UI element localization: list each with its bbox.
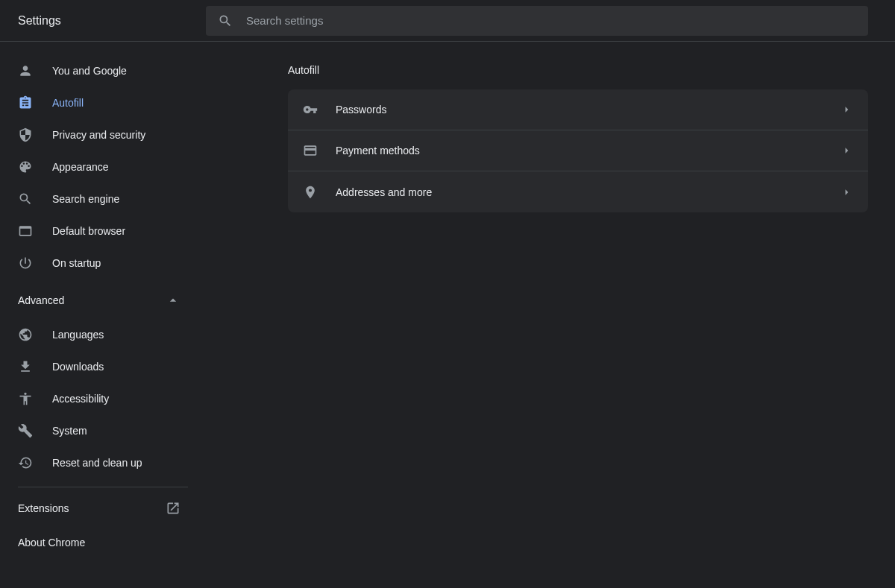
row-passwords[interactable]: Passwords: [288, 89, 868, 130]
search-box[interactable]: [206, 6, 868, 36]
sidebar-item-label: You and Google: [52, 65, 127, 77]
search-input[interactable]: [246, 14, 856, 27]
row-label: Payment methods: [336, 145, 840, 157]
sidebar-item-label: Search engine: [52, 193, 119, 205]
palette-icon: [18, 159, 33, 174]
sidebar-item-system[interactable]: System: [0, 416, 194, 446]
person-icon: [18, 63, 33, 78]
sidebar-item-label: Reset and clean up: [52, 457, 142, 469]
sidebar: You and Google Autofill Privacy and secu…: [0, 42, 206, 588]
row-label: Passwords: [336, 104, 840, 116]
row-payment[interactable]: Payment methods: [288, 130, 868, 171]
sidebar-item-on-startup[interactable]: On startup: [0, 248, 194, 278]
accessibility-icon: [18, 391, 33, 406]
clipboard-icon: [18, 95, 33, 110]
sidebar-item-autofill[interactable]: Autofill: [0, 88, 194, 118]
chevron-right-icon: [840, 103, 853, 116]
search-wrap: [206, 6, 895, 36]
sidebar-item-label: Appearance: [52, 161, 109, 173]
row-addresses[interactable]: Addresses and more: [288, 171, 868, 212]
extensions-label: Extensions: [18, 502, 69, 514]
sidebar-item-label: System: [52, 425, 87, 437]
shield-icon: [18, 127, 33, 142]
sidebar-item-label: On startup: [52, 257, 101, 269]
credit-card-icon: [303, 143, 318, 158]
sidebar-item-label: Autofill: [52, 97, 84, 109]
chevron-right-icon: [840, 144, 853, 157]
section-title: Autofill: [288, 64, 868, 76]
row-label: Addresses and more: [336, 186, 840, 198]
sidebar-item-accessibility[interactable]: Accessibility: [0, 384, 194, 414]
key-icon: [303, 102, 318, 117]
divider: [18, 487, 188, 487]
chevron-up-icon: [166, 293, 180, 308]
advanced-toggle[interactable]: Advanced: [0, 285, 206, 315]
sidebar-item-search-engine[interactable]: Search engine: [0, 184, 194, 214]
open-in-new-icon: [166, 501, 180, 516]
sidebar-item-reset[interactable]: Reset and clean up: [0, 448, 194, 478]
page-title: Settings: [0, 14, 206, 28]
advanced-label: Advanced: [18, 294, 64, 306]
chevron-right-icon: [840, 186, 853, 199]
sidebar-item-label: Downloads: [52, 361, 104, 373]
body: You and Google Autofill Privacy and secu…: [0, 42, 895, 588]
sidebar-item-languages[interactable]: Languages: [0, 320, 194, 350]
sidebar-item-label: Privacy and security: [52, 129, 145, 141]
sidebar-item-default-browser[interactable]: Default browser: [0, 216, 194, 246]
sidebar-item-label: Default browser: [52, 225, 125, 237]
search-icon: [18, 192, 33, 206]
sidebar-item-privacy[interactable]: Privacy and security: [0, 120, 194, 150]
download-icon: [18, 359, 33, 374]
search-icon: [218, 13, 233, 28]
sidebar-item-label: Languages: [52, 329, 104, 341]
globe-icon: [18, 327, 33, 342]
power-icon: [18, 256, 33, 271]
sidebar-item-you-google[interactable]: You and Google: [0, 56, 194, 86]
wrench-icon: [18, 423, 33, 438]
sidebar-item-downloads[interactable]: Downloads: [0, 352, 194, 382]
location-icon: [303, 185, 318, 200]
sidebar-item-extensions[interactable]: Extensions: [0, 493, 206, 523]
sidebar-item-about[interactable]: About Chrome: [0, 528, 206, 557]
header: Settings: [0, 0, 895, 42]
main-content: Autofill Passwords Payment methods Addre…: [206, 42, 895, 588]
restore-icon: [18, 455, 33, 470]
sidebar-item-appearance[interactable]: Appearance: [0, 152, 194, 182]
autofill-card: Passwords Payment methods Addresses and …: [288, 89, 868, 212]
browser-icon: [18, 224, 33, 238]
about-label: About Chrome: [18, 537, 85, 549]
sidebar-item-label: Accessibility: [52, 393, 109, 405]
